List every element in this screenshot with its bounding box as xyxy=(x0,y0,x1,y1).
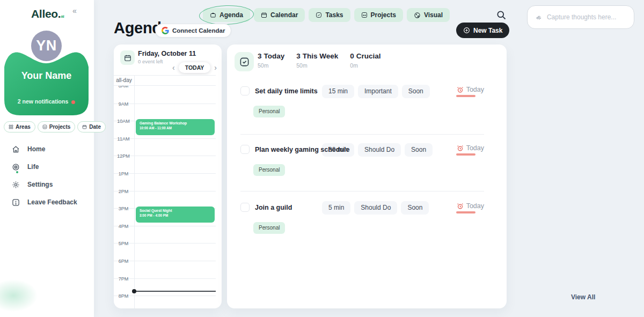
calendar-event-social-quest-night[interactable]: Social Quest Night 3:00 PM - 4:00 PM xyxy=(136,207,215,223)
hour-label: 6PM xyxy=(114,259,133,264)
projects-icon xyxy=(361,12,368,18)
calendar-icon xyxy=(261,12,267,18)
hour-label: 11AM xyxy=(114,136,133,142)
sidebar-collapse-icon[interactable]: « xyxy=(72,6,77,15)
sidebar-item-label: Life xyxy=(27,163,39,171)
calendar-header-icon-box xyxy=(120,50,135,65)
hour-label: 8PM xyxy=(114,293,133,299)
hour-label: 2PM xyxy=(114,189,133,194)
task-checkbox[interactable] xyxy=(240,86,250,95)
tab-label: Tasks xyxy=(325,11,343,19)
calendar-panel: Friday, October 11 0 event left ‹ TODAY … xyxy=(114,45,222,308)
sidebar-glow-decoration xyxy=(0,279,38,312)
tab-tasks[interactable]: Tasks xyxy=(309,8,350,22)
task-duration-chip[interactable]: 5 min xyxy=(322,201,350,215)
chevron-left-icon[interactable]: ‹ xyxy=(172,64,175,71)
task-title[interactable]: Plan weekly gaming schedule xyxy=(255,143,349,157)
search-icon xyxy=(496,10,507,20)
tab-calendar[interactable]: Calendar xyxy=(254,8,305,22)
new-task-label: New Task xyxy=(473,27,502,34)
task-row: Join a guild 5 min Should Do Soon Today … xyxy=(240,201,493,236)
task-title[interactable]: Set daily time limits xyxy=(255,84,318,98)
visual-palette-icon xyxy=(414,12,421,19)
new-task-button[interactable]: New Task xyxy=(456,23,509,38)
task-duration-chip[interactable]: 15 min xyxy=(322,85,354,98)
notifications-text: 2 new notifications xyxy=(18,98,69,105)
task-checkbox[interactable] xyxy=(240,203,250,212)
hour-label: 12PM xyxy=(114,153,133,159)
task-tag-personal[interactable]: Personal xyxy=(253,164,285,176)
tab-visual[interactable]: Visual xyxy=(407,8,450,22)
task-due-badge[interactable]: Today xyxy=(457,202,484,210)
areas-grid-icon xyxy=(9,124,13,129)
app-logo-suffix: ai xyxy=(61,14,64,19)
task-timing-chip[interactable]: Soon xyxy=(402,85,430,98)
chevron-right-icon[interactable]: › xyxy=(214,64,217,71)
calendar-nav: ‹ TODAY › xyxy=(172,62,217,73)
filter-chip-projects[interactable]: Projects xyxy=(38,121,75,132)
all-day-row[interactable]: all-day xyxy=(114,75,216,86)
task-due-badge[interactable]: Today xyxy=(457,144,484,152)
calendar-events-left: 0 event left xyxy=(138,58,163,64)
task-tag-personal[interactable]: Personal xyxy=(253,222,285,234)
home-icon xyxy=(12,145,20,153)
task-title[interactable]: Join a guild xyxy=(255,201,292,215)
calendar-icon xyxy=(82,124,87,129)
task-timing-chip[interactable]: Soon xyxy=(405,143,433,157)
feedback-icon xyxy=(12,198,20,207)
event-time: 10:00 AM - 11:00 AM xyxy=(140,126,211,130)
notifications-link[interactable]: 2 new notifications xyxy=(4,98,89,105)
search-button[interactable] xyxy=(496,10,507,20)
hour-label: 1PM xyxy=(114,171,133,176)
sidebar-item-life[interactable]: Life xyxy=(12,161,77,172)
calendar-icon xyxy=(124,54,131,62)
task-priority-chip[interactable]: Should Do xyxy=(358,143,401,157)
tab-agenda[interactable]: Agenda xyxy=(203,8,250,22)
calendar-event-gaming-balance-workshop[interactable]: Gaming Balance Workshop 10:00 AM - 11:00… xyxy=(136,119,215,135)
stat-today: 3Today 50m xyxy=(258,52,284,69)
task-row: Plan weekly gaming schedule 30 min Shoul… xyxy=(240,143,493,178)
checkbox-check-icon xyxy=(239,57,250,67)
stat-label: This Week xyxy=(303,52,339,60)
app-logo-text: Alleo. xyxy=(31,8,61,20)
tasks-check-icon xyxy=(316,12,322,18)
avatar[interactable]: YN xyxy=(31,31,62,61)
task-priority-chip[interactable]: Important xyxy=(358,85,398,98)
task-tag-personal[interactable]: Personal xyxy=(253,106,285,117)
filter-chip-areas[interactable]: Areas xyxy=(4,121,35,132)
sidebar-item-home[interactable]: Home xyxy=(12,144,77,154)
sidebar-item-settings[interactable]: Settings xyxy=(12,179,77,190)
alarm-clock-icon xyxy=(457,203,464,210)
connect-calendar-button[interactable]: Connect Calendar xyxy=(155,24,231,38)
capture-thoughts-input[interactable] xyxy=(547,13,626,21)
task-chips: 5 min Should Do Soon xyxy=(322,201,429,215)
alarm-clock-icon xyxy=(457,145,464,152)
filter-chip-label: Areas xyxy=(16,124,31,130)
tab-projects[interactable]: Projects xyxy=(354,8,403,22)
sidebar-item-leave-feedback[interactable]: Leave Feedback xyxy=(12,197,77,208)
view-all-link[interactable]: View All xyxy=(571,293,595,301)
stat-duration: 0m xyxy=(350,62,380,69)
today-button[interactable]: TODAY xyxy=(179,62,211,73)
calendar-date-title: Friday, October 11 xyxy=(138,50,196,57)
calendar-grid-body: 8AM 9AM 10AM 11AM 12PM 1PM 2PM 3PM 4PM 5… xyxy=(114,86,216,308)
connect-calendar-label: Connect Calendar xyxy=(172,27,225,34)
filter-chip-date[interactable]: Date xyxy=(77,121,106,132)
task-checkbox[interactable] xyxy=(240,145,250,154)
tab-label: Projects xyxy=(371,11,396,19)
hour-label: 10AM xyxy=(114,119,133,124)
filter-chip-label: Date xyxy=(89,124,101,130)
stat-duration: 50m xyxy=(296,62,338,69)
hour-row-8pm[interactable]: 8PM xyxy=(114,296,216,308)
app-logo: Alleo.ai xyxy=(31,8,64,20)
hour-label: 3PM xyxy=(114,206,133,211)
task-row: Set daily time limits 15 min Important S… xyxy=(240,84,493,120)
task-due-badge[interactable]: Today xyxy=(457,86,484,93)
stat-crucial: 0Crucial 0m xyxy=(350,52,380,69)
alarm-clock-icon xyxy=(457,86,464,93)
task-timing-chip[interactable]: Soon xyxy=(401,201,429,215)
capture-thoughts-box xyxy=(527,5,634,29)
task-priority-chip[interactable]: Should Do xyxy=(354,201,397,215)
stat-count: 0 xyxy=(350,52,354,60)
sidebar: Alleo.ai « YN Your Name 2 new notificati… xyxy=(0,0,94,317)
